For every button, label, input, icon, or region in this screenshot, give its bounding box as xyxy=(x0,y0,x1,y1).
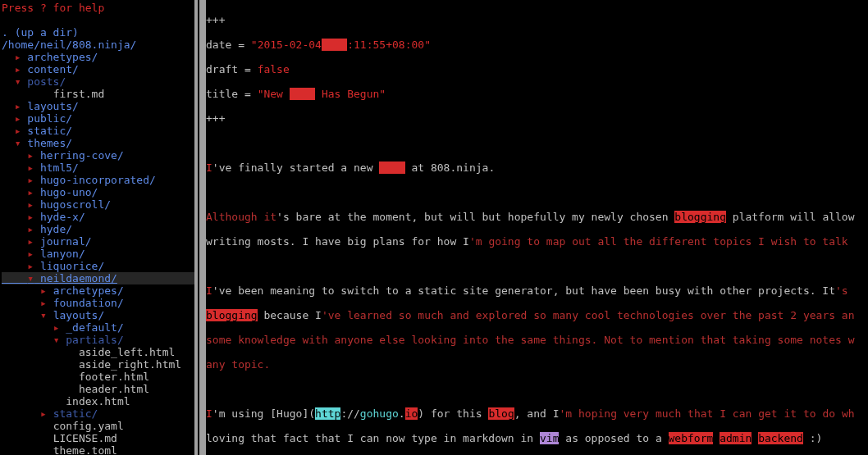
tree-dir[interactable]: ▸ hugo-uno/ xyxy=(2,186,194,198)
chevron-right-icon: ▸ xyxy=(40,284,47,297)
tree-label: html5/ xyxy=(40,162,79,174)
chevron-right-icon: ▸ xyxy=(27,149,34,162)
tree-label: theme.toml xyxy=(53,444,117,455)
tree-label: journal/ xyxy=(40,235,92,248)
tree-dir[interactable]: ▸ hyde-x/ xyxy=(2,211,194,223)
tree-file[interactable]: index.html xyxy=(2,395,194,407)
tree-label: aside_left.html xyxy=(79,346,175,358)
chevron-right-icon: ▸ xyxy=(15,100,21,112)
tree-file[interactable]: aside_right.html xyxy=(2,358,194,371)
body-paragraph: loving that fact that I can now type in … xyxy=(206,432,868,444)
redacted-text xyxy=(322,39,347,51)
tree-dir[interactable]: ▸ lanyon/ xyxy=(2,248,194,260)
chevron-right-icon: ▸ xyxy=(27,248,34,260)
chevron-down-icon: ▾ xyxy=(40,309,47,321)
body-paragraph: any topic. xyxy=(206,358,868,371)
tree-label: themes/ xyxy=(27,137,72,149)
up-a-dir[interactable]: . (up a dir) xyxy=(2,26,194,39)
tree-dir[interactable]: ▸ archetypes/ xyxy=(2,284,194,297)
pane-splitter[interactable] xyxy=(194,0,206,455)
tree-label: footer.html xyxy=(79,371,149,383)
chevron-right-icon: ▸ xyxy=(15,63,21,75)
tree-label: config.yaml xyxy=(53,420,124,432)
tree-label: public/ xyxy=(27,112,72,125)
tree-file[interactable]: theme.toml xyxy=(2,444,194,455)
tree-dir[interactable]: ▸ public/ xyxy=(2,112,194,125)
tree-dir[interactable]: ▸ hugoscroll/ xyxy=(2,198,194,211)
chevron-right-icon: ▸ xyxy=(27,223,34,235)
tree-dir[interactable]: ▾ neildaemond/ xyxy=(2,272,194,284)
file-tree-panel: Press ? for help . (up a dir) /home/neil… xyxy=(0,0,194,455)
tree-dir[interactable]: ▸ journal/ xyxy=(2,235,194,248)
tree-dir[interactable]: ▸ liquorice/ xyxy=(2,260,194,272)
tree-dir[interactable]: ▾ layouts/ xyxy=(2,309,194,321)
tree-file[interactable]: LICENSE.md xyxy=(2,432,194,444)
body-paragraph: I've finally started a new at 808.ninja. xyxy=(206,162,868,174)
tree-dir[interactable]: ▸ archetypes/ xyxy=(2,51,194,63)
chevron-down-icon: ▾ xyxy=(27,272,34,284)
chevron-right-icon: ▸ xyxy=(27,198,34,211)
tree-label: content/ xyxy=(27,63,79,75)
tree-label: foundation/ xyxy=(53,297,124,309)
body-paragraph: some knowledge with anyone else looking … xyxy=(206,334,868,346)
spell-error: webform xyxy=(669,432,714,444)
tree-label: static/ xyxy=(53,407,98,420)
tree-dir[interactable]: ▸ content/ xyxy=(2,63,194,75)
tree-file[interactable]: first.md xyxy=(2,88,194,100)
tree-file[interactable]: header.html xyxy=(2,383,194,395)
tree-label: archetypes/ xyxy=(53,284,124,297)
tree-dir[interactable]: ▾ partials/ xyxy=(2,334,194,346)
chevron-right-icon: ▸ xyxy=(27,162,34,174)
spell-error: blogging xyxy=(674,211,726,223)
tree-label: hyde-x/ xyxy=(40,211,85,223)
help-hint: Press ? for help xyxy=(2,2,194,14)
tree-label: lanyon/ xyxy=(40,248,85,260)
frontmatter-delim: +++ xyxy=(206,14,225,26)
tree-dir[interactable]: ▸ _default/ xyxy=(2,321,194,334)
url-scheme: http xyxy=(315,407,340,420)
tree-label: first.md xyxy=(53,88,105,100)
tree-label: index.html xyxy=(66,395,130,407)
editor-pane[interactable]: +++ date = "2015-02-04 :11:55+08:00" dra… xyxy=(206,0,868,455)
spell-error: blog xyxy=(488,407,514,420)
tree-dir[interactable]: ▸ static/ xyxy=(2,125,194,137)
tree-dir[interactable]: ▾ themes/ xyxy=(2,137,194,149)
redacted-text xyxy=(290,88,315,100)
chevron-right-icon: ▸ xyxy=(15,125,21,137)
tree-label: hugoscroll/ xyxy=(40,198,111,211)
chevron-right-icon: ▸ xyxy=(27,174,34,186)
tree-dir[interactable]: ▸ herring-cove/ xyxy=(2,149,194,162)
tree-label: static/ xyxy=(27,125,72,137)
spell-error: vim xyxy=(540,432,559,444)
tree-label: hyde/ xyxy=(40,223,72,235)
chevron-right-icon: ▸ xyxy=(40,297,47,309)
tree-dir[interactable]: ▸ layouts/ xyxy=(2,100,194,112)
chevron-down-icon: ▾ xyxy=(15,137,21,149)
tree-dir[interactable]: ▾ posts/ xyxy=(2,75,194,88)
frontmatter-date: date = "2015-02-04 :11:55+08:00" xyxy=(206,39,868,51)
tree-label: LICENSE.md xyxy=(53,432,117,444)
chevron-right-icon: ▸ xyxy=(27,186,34,198)
spell-error: admin xyxy=(720,432,752,444)
chevron-right-icon: ▸ xyxy=(15,51,21,63)
frontmatter-draft: draft = false xyxy=(206,63,868,75)
tree-dir[interactable]: ▸ foundation/ xyxy=(2,297,194,309)
body-paragraph: blogging because I've learned so much an… xyxy=(206,309,868,321)
body-paragraph: I'm using [Hugo](http://gohugo.io) for t… xyxy=(206,407,868,420)
tree-label: layouts/ xyxy=(27,100,79,112)
tree-file[interactable]: config.yaml xyxy=(2,420,194,432)
tree-dir[interactable]: ▸ hyde/ xyxy=(2,223,194,235)
tree-dir[interactable]: ▸ static/ xyxy=(2,407,194,420)
tree-label: aside_right.html xyxy=(79,358,181,371)
tree-label: neildaemond/ xyxy=(40,272,117,284)
tree-label: herring-cove/ xyxy=(40,149,124,162)
tree-root-path[interactable]: /home/neil/808.ninja/ xyxy=(2,39,194,51)
tree-label: partials/ xyxy=(66,334,123,346)
chevron-down-icon: ▾ xyxy=(15,75,21,88)
tree-dir[interactable]: ▸ hugo-incorporated/ xyxy=(2,174,194,186)
chevron-down-icon: ▾ xyxy=(53,334,60,346)
tree-label: hugo-incorporated/ xyxy=(40,174,156,186)
tree-dir[interactable]: ▸ html5/ xyxy=(2,162,194,174)
tree-file[interactable]: aside_left.html xyxy=(2,346,194,358)
tree-file[interactable]: footer.html xyxy=(2,371,194,383)
